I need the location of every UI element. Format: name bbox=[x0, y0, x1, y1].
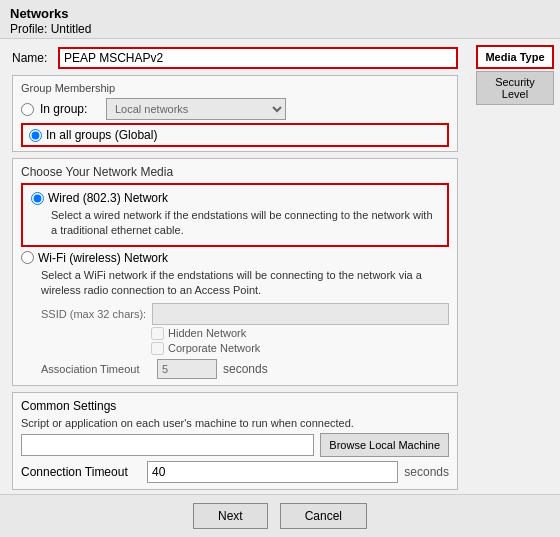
ssid-label: SSID (max 32 chars): bbox=[41, 308, 146, 320]
profile-label: Profile: bbox=[10, 22, 47, 36]
group-membership-title: Group Membership bbox=[21, 82, 449, 94]
side-panel: Media Type Security Level bbox=[470, 39, 560, 494]
name-input[interactable] bbox=[58, 47, 458, 69]
timeout-input[interactable] bbox=[147, 461, 398, 483]
wifi-radio-row: Wi-Fi (wireless) Network bbox=[21, 251, 449, 265]
timeout-row: Connection Timeout seconds bbox=[21, 461, 449, 483]
hidden-network-label: Hidden Network bbox=[168, 327, 246, 339]
content-area: Name: Group Membership In group: Local n… bbox=[0, 39, 560, 494]
timeout-seconds-label: seconds bbox=[404, 465, 449, 479]
in-group-radio[interactable] bbox=[21, 103, 34, 116]
connection-timeout-label: Connection Timeout bbox=[21, 465, 141, 479]
in-group-row: In group: Local networks bbox=[21, 98, 449, 120]
ssid-row: SSID (max 32 chars): bbox=[41, 303, 449, 325]
script-input[interactable] bbox=[21, 434, 314, 456]
window-header: Networks Profile: Untitled bbox=[0, 0, 560, 39]
script-row: Browse Local Machine bbox=[21, 433, 449, 457]
wifi-section: Wi-Fi (wireless) Network Select a WiFi n… bbox=[21, 251, 449, 379]
main-panel: Name: Group Membership In group: Local n… bbox=[0, 39, 470, 494]
bottom-bar: Next Cancel bbox=[0, 494, 560, 537]
group-select[interactable]: Local networks bbox=[106, 98, 286, 120]
common-settings-title: Common Settings bbox=[21, 399, 449, 413]
script-label: Script or application on each user's mac… bbox=[21, 417, 449, 429]
media-type-tab[interactable]: Media Type bbox=[476, 45, 554, 69]
in-group-label: In group: bbox=[40, 102, 100, 116]
wifi-desc: Select a WiFi network if the endstations… bbox=[41, 268, 449, 299]
assoc-timeout-input[interactable] bbox=[157, 359, 217, 379]
network-media-section: Choose Your Network Media Wired (802.3) … bbox=[12, 158, 458, 386]
cancel-button[interactable]: Cancel bbox=[280, 503, 367, 529]
wifi-label: Wi-Fi (wireless) Network bbox=[38, 251, 168, 265]
wired-radio[interactable] bbox=[31, 192, 44, 205]
assoc-timeout-label: Association Timeout bbox=[41, 363, 151, 375]
next-button[interactable]: Next bbox=[193, 503, 268, 529]
browse-button[interactable]: Browse Local Machine bbox=[320, 433, 449, 457]
in-all-groups-row[interactable]: In all groups (Global) bbox=[21, 123, 449, 147]
corporate-network-row: Corporate Network bbox=[151, 342, 449, 355]
group-membership-section: Group Membership In group: Local network… bbox=[12, 75, 458, 152]
security-level-tab[interactable]: Security Level bbox=[476, 71, 554, 105]
hidden-network-checkbox[interactable] bbox=[151, 327, 164, 340]
wired-radio-row: Wired (802.3) Network bbox=[31, 191, 439, 205]
name-label: Name: bbox=[12, 51, 52, 65]
window-subtitle: Profile: Untitled bbox=[10, 22, 550, 36]
wired-network-box: Wired (802.3) Network Select a wired net… bbox=[21, 183, 449, 247]
common-settings-section: Common Settings Script or application on… bbox=[12, 392, 458, 490]
corporate-network-checkbox[interactable] bbox=[151, 342, 164, 355]
wired-label: Wired (802.3) Network bbox=[48, 191, 168, 205]
window-title: Networks bbox=[10, 6, 550, 21]
hidden-network-row: Hidden Network bbox=[151, 327, 449, 340]
wifi-radio[interactable] bbox=[21, 251, 34, 264]
all-groups-radio[interactable] bbox=[29, 129, 42, 142]
all-groups-label: In all groups (Global) bbox=[46, 128, 157, 142]
assoc-seconds-label: seconds bbox=[223, 362, 268, 376]
assoc-timeout-row: Association Timeout seconds bbox=[41, 359, 449, 379]
name-field-row: Name: bbox=[12, 47, 458, 69]
profile-name: Untitled bbox=[51, 22, 92, 36]
ssid-input[interactable] bbox=[152, 303, 449, 325]
corporate-network-label: Corporate Network bbox=[168, 342, 260, 354]
network-media-title: Choose Your Network Media bbox=[21, 165, 449, 179]
wired-desc: Select a wired network if the endstation… bbox=[51, 208, 439, 239]
networks-window: Networks Profile: Untitled Name: Group M… bbox=[0, 0, 560, 537]
